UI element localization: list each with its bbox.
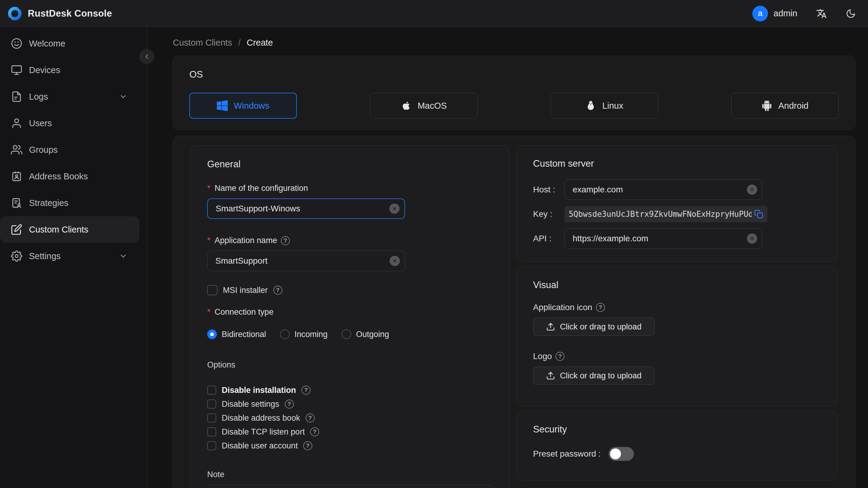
main-content: Custom Clients / Create OS Windows	[147, 27, 868, 488]
windows-icon	[217, 100, 228, 111]
security-card: Security Preset password :	[517, 411, 837, 481]
toggle-knob	[610, 449, 621, 459]
os-button-label: Linux	[602, 101, 623, 111]
clear-input-icon[interactable]: ×	[747, 234, 757, 244]
required-asterisk: *	[207, 236, 211, 245]
avatar-initial: a	[758, 9, 762, 18]
key-label: Key :	[533, 209, 564, 219]
sidebar-collapse-button[interactable]	[139, 49, 154, 64]
translate-icon[interactable]	[816, 8, 827, 19]
help-icon[interactable]: ?	[306, 414, 315, 423]
application-name-input[interactable]	[215, 256, 386, 266]
upload-icon	[546, 371, 555, 380]
chevron-down-icon	[119, 252, 127, 260]
option-disable-settings: Disable settings ?	[207, 399, 493, 409]
logo-label: Logo ?	[533, 352, 821, 361]
note-textarea[interactable]	[207, 485, 493, 488]
address-book-icon	[11, 171, 22, 182]
clear-input-icon[interactable]: ×	[389, 204, 400, 214]
sidebar-item-label: Custom Clients	[29, 225, 89, 235]
help-icon[interactable]: ?	[303, 441, 312, 450]
custom-server-title: Custom server	[533, 158, 821, 169]
connection-type-label: * Connection type	[207, 307, 493, 317]
key-value-box: 5Qbwsde3unUcJBtrx9ZkvUmwFNoExHzpryHuPUdq…	[564, 206, 768, 222]
help-icon[interactable]: ?	[302, 386, 310, 395]
api-label: API :	[533, 234, 564, 243]
sidebar-item-address-books[interactable]: Address Books	[0, 163, 140, 190]
os-button-macos[interactable]: MacOS	[370, 93, 477, 119]
copy-icon[interactable]	[754, 210, 763, 219]
preset-password-label: Preset password :	[533, 449, 601, 459]
sidebar-item-strategies[interactable]: Strategies	[0, 190, 140, 216]
help-icon[interactable]: ?	[281, 236, 290, 245]
msi-installer-checkbox[interactable]	[207, 285, 217, 295]
android-icon	[762, 100, 772, 111]
config-container-card: General * Name of the configuration × * …	[173, 136, 855, 488]
preset-password-row: Preset password :	[533, 447, 821, 461]
chevron-down-icon	[119, 92, 127, 101]
gear-icon	[11, 250, 22, 262]
sidebar-item-custom-clients[interactable]: Custom Clients	[0, 216, 140, 243]
help-icon[interactable]: ?	[555, 352, 564, 361]
help-icon[interactable]: ?	[285, 399, 294, 408]
host-input[interactable]	[572, 185, 743, 194]
disable-address-book-checkbox[interactable]	[207, 414, 216, 423]
security-title: Security	[533, 424, 821, 435]
clear-input-icon[interactable]: ×	[390, 256, 400, 266]
breadcrumb-separator: /	[238, 38, 241, 48]
radio-bidirectional[interactable]: Bidirectional	[207, 330, 266, 339]
os-button-linux[interactable]: Linux	[551, 93, 658, 119]
option-disable-address-book: Disable address book ?	[207, 413, 493, 423]
smile-icon	[11, 38, 22, 49]
preset-password-toggle[interactable]	[609, 447, 634, 461]
options-title: Options	[207, 360, 493, 370]
sidebar-item-devices[interactable]: Devices	[0, 57, 140, 83]
strategy-doc-icon	[11, 197, 22, 209]
general-card: General * Name of the configuration × * …	[191, 145, 509, 488]
upload-button-label: Click or drag to upload	[560, 322, 642, 332]
os-button-android[interactable]: Android	[731, 93, 839, 119]
application-icon-upload-button[interactable]: Click or drag to upload	[533, 318, 654, 336]
disable-settings-checkbox[interactable]	[207, 399, 216, 408]
disable-tcp-listen-port-checkbox[interactable]	[207, 427, 216, 436]
msi-installer-row: MSI installer ?	[207, 285, 493, 295]
clear-input-icon[interactable]: ×	[747, 184, 757, 195]
os-button-label: Windows	[234, 101, 270, 111]
disable-installation-checkbox[interactable]	[207, 386, 216, 395]
logo-upload-button[interactable]: Click or drag to upload	[533, 367, 654, 385]
sidebar-item-settings[interactable]: Settings	[0, 243, 140, 269]
msi-installer-label: MSI installer	[223, 286, 268, 295]
upload-button-label: Click or drag to upload	[560, 371, 642, 380]
help-icon[interactable]: ?	[596, 303, 605, 312]
sidebar-item-users[interactable]: Users	[0, 110, 140, 136]
sidebar-item-groups[interactable]: Groups	[0, 136, 140, 163]
dark-mode-moon-icon[interactable]	[846, 8, 856, 19]
host-row: Host : ×	[533, 179, 821, 200]
config-name-input[interactable]	[216, 204, 386, 214]
sidebar-item-logs[interactable]: Logs	[0, 83, 140, 110]
os-button-windows[interactable]: Windows	[189, 93, 297, 119]
sidebar-item-welcome[interactable]: Welcome	[0, 30, 140, 57]
breadcrumb-parent[interactable]: Custom Clients	[173, 38, 232, 48]
option-disable-user-account: Disable user account ?	[207, 440, 493, 451]
avatar[interactable]: a	[752, 6, 768, 22]
visual-card: Visual Application icon ? Click or drag …	[517, 267, 837, 406]
edit-square-icon	[11, 224, 22, 235]
help-icon[interactable]: ?	[273, 286, 282, 295]
breadcrumb: Custom Clients / Create	[173, 36, 856, 50]
radio-outgoing[interactable]: Outgoing	[342, 330, 389, 339]
help-icon[interactable]: ?	[310, 427, 319, 436]
application-name-label: * Application name ?	[207, 236, 493, 245]
radio-incoming[interactable]: Incoming	[280, 330, 328, 339]
disable-user-account-checkbox[interactable]	[207, 441, 216, 450]
general-title: General	[207, 159, 493, 170]
host-label: Host :	[533, 185, 564, 194]
required-asterisk: *	[207, 307, 211, 317]
username[interactable]: admin	[773, 8, 797, 19]
brand: RustDesk Console	[7, 5, 112, 22]
monitor-icon	[11, 64, 22, 76]
api-input[interactable]	[572, 234, 743, 243]
file-text-icon	[11, 91, 22, 102]
sidebar-item-label: Address Books	[29, 172, 88, 182]
option-disable-tcp-listen-port: Disable TCP listen port ?	[207, 426, 493, 437]
